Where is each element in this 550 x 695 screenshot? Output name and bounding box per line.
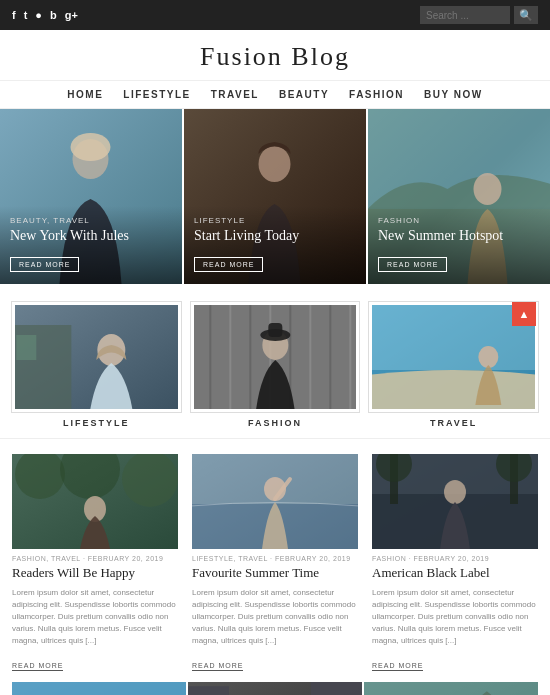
post-3-meta: FASHION · FEBRUARY 20, 2019 xyxy=(372,555,538,562)
hero-item-3[interactable]: FASHION New Summer Hotspot READ MORE xyxy=(368,109,550,284)
blogger-link[interactable]: b xyxy=(50,9,57,21)
hero-2-title: Start Living Today xyxy=(194,228,356,245)
bottom-preview-1[interactable] xyxy=(12,682,186,695)
posts-section: FASHION, TRAVEL · FEBRUARY 20, 2019 Read… xyxy=(0,439,550,695)
post-2-readmore[interactable]: READ MORE xyxy=(192,662,243,671)
bottom-previews xyxy=(12,682,538,695)
search-form: 🔍 xyxy=(420,6,538,24)
main-nav: HOME LIFESTYLE TRAVEL BEAUTY FASHION BUY… xyxy=(0,81,550,109)
hero-3-readmore[interactable]: READ MORE xyxy=(378,257,447,272)
hero-1-title: New York With Jules xyxy=(10,228,172,245)
nav-travel[interactable]: TRAVEL xyxy=(211,89,259,100)
bottom-preview-2[interactable] xyxy=(188,682,362,695)
post-3-readmore[interactable]: READ MORE xyxy=(372,662,423,671)
hero-3-title: New Summer Hotspot xyxy=(378,228,540,245)
svg-rect-24 xyxy=(268,323,282,337)
hero-grid: BEAUTY, TRAVEL New York With Jules READ … xyxy=(0,109,550,284)
hero-2-overlay: LIFESTYLE Start Living Today READ MORE xyxy=(184,206,366,284)
hero-2-readmore[interactable]: READ MORE xyxy=(194,257,263,272)
svg-rect-48 xyxy=(12,682,186,695)
category-grid: LIFESTYLE xyxy=(12,302,538,428)
hero-1-overlay: BEAUTY, TRAVEL New York With Jules READ … xyxy=(0,206,182,284)
post-card-1[interactable]: FASHION, TRAVEL · FEBRUARY 20, 2019 Read… xyxy=(12,454,178,672)
category-travel-label: TRAVEL xyxy=(430,418,477,428)
post-card-3[interactable]: FASHION · FEBRUARY 20, 2019 American Bla… xyxy=(372,454,538,672)
site-title: Fusion Blog xyxy=(0,42,550,72)
post-1-meta: FASHION, TRAVEL · FEBRUARY 20, 2019 xyxy=(12,555,178,562)
twitter-link[interactable]: t xyxy=(24,9,28,21)
post-1-title: Readers Will Be Happy xyxy=(12,565,178,582)
post-2-meta: LIFESTYLE, TRAVEL · FEBRUARY 20, 2019 xyxy=(192,555,358,562)
search-input[interactable] xyxy=(420,6,510,24)
scroll-to-top[interactable]: ▲ xyxy=(512,302,536,326)
category-lifestyle-label: LIFESTYLE xyxy=(63,418,130,428)
post-3-title: American Black Label xyxy=(372,565,538,582)
category-fashion[interactable]: FASHION xyxy=(191,302,360,428)
svg-point-2 xyxy=(71,133,111,161)
post-2-title: Favourite Summer Time xyxy=(192,565,358,582)
nav-lifestyle[interactable]: LIFESTYLE xyxy=(123,89,190,100)
post-1-excerpt: Lorem ipsum dolor sit amet, consectetur … xyxy=(12,587,178,647)
post-card-2[interactable]: LIFESTYLE, TRAVEL · FEBRUARY 20, 2019 Fa… xyxy=(192,454,358,672)
top-bar: f t ● b g+ 🔍 xyxy=(0,0,550,30)
svg-rect-58 xyxy=(311,682,362,695)
svg-point-7 xyxy=(474,173,502,205)
category-fashion-label: FASHION xyxy=(248,418,302,428)
instagram-link[interactable]: ● xyxy=(35,9,42,21)
facebook-link[interactable]: f xyxy=(12,9,16,21)
post-1-readmore[interactable]: READ MORE xyxy=(12,662,63,671)
hero-2-category: LIFESTYLE xyxy=(194,216,356,225)
nav-fashion[interactable]: FASHION xyxy=(349,89,404,100)
nav-home[interactable]: HOME xyxy=(67,89,103,100)
svg-rect-10 xyxy=(16,335,36,360)
bottom-preview-3[interactable] xyxy=(364,682,538,695)
hero-item-2[interactable]: LIFESTYLE Start Living Today READ MORE xyxy=(184,109,366,284)
site-header: Fusion Blog xyxy=(0,30,550,81)
hero-3-overlay: FASHION New Summer Hotspot READ MORE xyxy=(368,206,550,284)
category-lifestyle[interactable]: LIFESTYLE xyxy=(12,302,181,428)
svg-rect-26 xyxy=(372,305,535,370)
hero-1-category: BEAUTY, TRAVEL xyxy=(10,216,172,225)
posts-grid: FASHION, TRAVEL · FEBRUARY 20, 2019 Read… xyxy=(12,454,538,672)
svg-point-46 xyxy=(444,480,466,504)
hero-3-category: FASHION xyxy=(378,216,540,225)
svg-rect-56 xyxy=(188,686,229,695)
post-2-excerpt: Lorem ipsum dolor sit amet, consectetur … xyxy=(192,587,358,647)
hero-1-readmore[interactable]: READ MORE xyxy=(10,257,79,272)
social-links: f t ● b g+ xyxy=(12,9,78,21)
nav-buynow[interactable]: BUY NOW xyxy=(424,89,483,100)
nav-beauty[interactable]: BEAUTY xyxy=(279,89,329,100)
search-button[interactable]: 🔍 xyxy=(514,6,538,24)
svg-rect-63 xyxy=(364,682,538,695)
post-3-excerpt: Lorem ipsum dolor sit amet, consectetur … xyxy=(372,587,538,647)
hero-item-1[interactable]: BEAUTY, TRAVEL New York With Jules READ … xyxy=(0,109,182,284)
category-section: LIFESTYLE xyxy=(0,284,550,439)
svg-point-4 xyxy=(259,146,291,182)
googleplus-link[interactable]: g+ xyxy=(65,9,78,21)
svg-point-28 xyxy=(479,346,499,368)
